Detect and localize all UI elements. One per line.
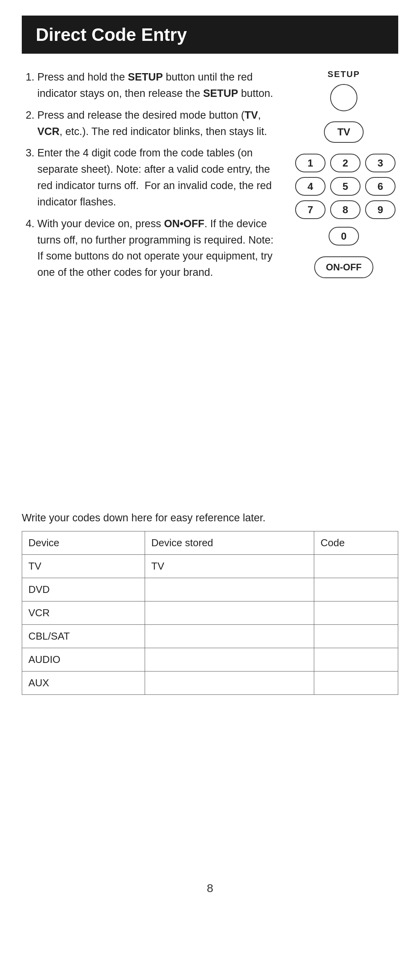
device-vcr: VCR <box>22 601 145 625</box>
setup-bold-2: SETUP <box>203 88 238 99</box>
num-btn-4: 4 <box>295 177 326 196</box>
device-audio: AUDIO <box>22 648 145 671</box>
zero-row: 0 <box>295 227 392 245</box>
reference-section: Write your codes down here for easy refe… <box>22 512 398 695</box>
step-2: Press and release the desired mode butto… <box>37 107 282 140</box>
step-4: With your device on, press ON•OFF. If th… <box>37 216 282 281</box>
stored-vcr <box>145 601 314 625</box>
stored-audio <box>145 648 314 671</box>
code-vcr <box>314 601 398 625</box>
table-row: DVD <box>22 578 398 601</box>
page-number: 8 <box>22 882 398 895</box>
setup-button-icon <box>330 84 357 111</box>
step-3: Enter the 4 digit code from the code tab… <box>37 145 282 210</box>
step-1: Press and hold the SETUP button until th… <box>37 69 282 102</box>
vcr-bold: VCR <box>37 126 60 137</box>
on-off-bold: ON•OFF <box>164 218 205 230</box>
table-row: CBL/SAT <box>22 625 398 648</box>
page-title: Direct Code Entry <box>36 24 384 45</box>
device-tv: TV <box>22 555 145 578</box>
on-off-button: ON-OFF <box>314 256 373 278</box>
device-dvd: DVD <box>22 578 145 601</box>
tv-mode-button: TV <box>324 121 363 143</box>
num-btn-7: 7 <box>295 200 326 219</box>
num-btn-1: 1 <box>295 154 326 172</box>
stored-cblsat <box>145 625 314 648</box>
content-area: Press and hold the SETUP button until th… <box>22 69 398 286</box>
num-btn-6: 6 <box>365 177 396 196</box>
code-cblsat <box>314 625 398 648</box>
num-btn-2: 2 <box>330 154 360 172</box>
code-dvd <box>314 578 398 601</box>
stored-tv: TV <box>145 555 314 578</box>
device-cblsat: CBL/SAT <box>22 625 145 648</box>
instructions: Press and hold the SETUP button until th… <box>22 69 289 286</box>
table-row: TV TV <box>22 555 398 578</box>
stored-aux <box>145 671 314 695</box>
table-row: AUDIO <box>22 648 398 671</box>
num-btn-0: 0 <box>329 227 359 245</box>
remote-diagram: SETUP TV 1 2 3 4 5 6 7 8 9 0 ON-OFF <box>289 69 398 278</box>
num-btn-8: 8 <box>330 200 360 219</box>
steps-list: Press and hold the SETUP button until th… <box>22 69 282 281</box>
num-btn-9: 9 <box>365 200 396 219</box>
stored-dvd <box>145 578 314 601</box>
col-device-stored: Device stored <box>145 531 314 555</box>
table-row: AUX <box>22 671 398 695</box>
num-btn-5: 5 <box>330 177 360 196</box>
col-code: Code <box>314 531 398 555</box>
code-aux <box>314 671 398 695</box>
page-wrapper: Direct Code Entry Press and hold the SET… <box>0 0 420 918</box>
numpad: 1 2 3 4 5 6 7 8 9 <box>295 154 392 219</box>
spacer-1 <box>22 310 398 489</box>
tv-bold: TV <box>245 109 258 121</box>
reference-table: Device Device stored Code TV TV DVD VCR <box>22 531 398 695</box>
setup-label: SETUP <box>327 69 360 79</box>
setup-bold-1: SETUP <box>128 71 163 83</box>
col-device: Device <box>22 531 145 555</box>
table-row: VCR <box>22 601 398 625</box>
header-bar: Direct Code Entry <box>22 16 398 54</box>
spacer-2 <box>22 695 398 850</box>
table-header-row: Device Device stored Code <box>22 531 398 555</box>
num-btn-3: 3 <box>365 154 396 172</box>
reference-note: Write your codes down here for easy refe… <box>22 512 398 524</box>
code-tv <box>314 555 398 578</box>
code-audio <box>314 648 398 671</box>
device-aux: AUX <box>22 671 145 695</box>
